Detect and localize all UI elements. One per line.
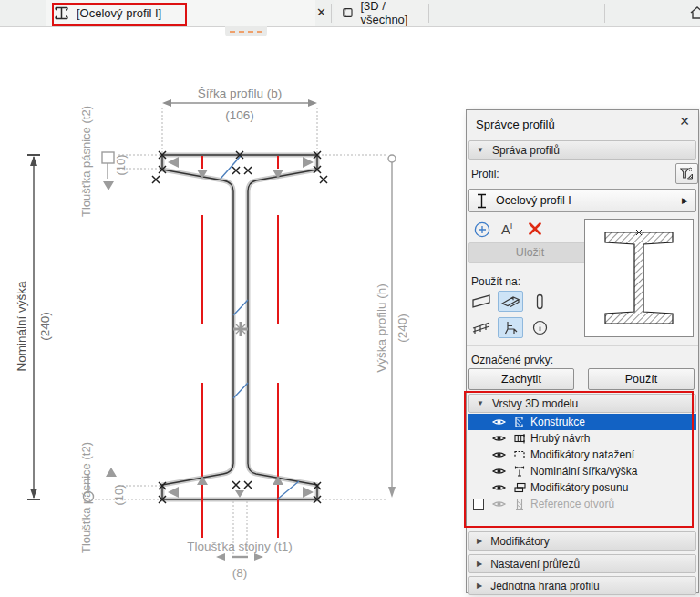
wall-icon [471, 293, 491, 309]
profile-filter-button[interactable] [675, 163, 698, 184]
collapsed-toolbar-indicator[interactable] [225, 26, 267, 36]
panel-title: Správce profilů [476, 118, 555, 131]
section-header-vrstvy-3d[interactable]: ▼ Vrstvy 3D modelu [468, 394, 696, 413]
chair-icon [502, 320, 519, 336]
chevron-down-icon: ▼ [477, 399, 484, 407]
svg-text:Tloušťka pásnice (t2): Tloušťka pásnice (t2) [79, 442, 93, 553]
chevron-right-icon: ▶ [477, 537, 482, 545]
apply-to-beam-button[interactable] [498, 291, 523, 312]
nominal-size-layer-icon [509, 465, 530, 478]
dimension-profile-height[interactable]: Výška profilu (h) (240) [375, 155, 409, 498]
svg-text:(240): (240) [396, 314, 409, 343]
svg-text:(240): (240) [38, 312, 52, 341]
profile-manager-panel: Správce profilů ✕ ▼ Správa profilů Profi… [466, 109, 699, 593]
info-button[interactable] [527, 317, 552, 338]
selected-elements-label: Označené prvky: [471, 354, 553, 366]
save-button[interactable]: Uložit [468, 242, 592, 263]
tab-separator [428, 4, 429, 23]
offset-modifiers-layer-icon [509, 481, 530, 494]
apply-to-label: Použít na: [471, 275, 520, 288]
profile-filter-icon [679, 166, 695, 181]
eye-icon[interactable] [489, 417, 509, 427]
layer-row-modifikatory-posunu[interactable]: Modifikátory posunu [468, 479, 696, 496]
layer-row-modifikatory-natazeni[interactable]: Modifikátory natažení [468, 447, 696, 463]
delete-profile-button[interactable] [528, 221, 542, 236]
eye-icon[interactable] [489, 467, 509, 476]
tab-bar: [Ocelový profil I] ✕ [3D / všechno] [0, 0, 700, 27]
toolbar-separator [604, 4, 605, 23]
apply-to-object-button[interactable] [498, 317, 523, 338]
edit-handle-triangles[interactable] [103, 157, 314, 498]
chevron-right-icon: ▶ [477, 582, 482, 590]
application-window: [Ocelový profil I] ✕ [3D / všechno] [0, 0, 700, 597]
chevron-right-icon: ▶ [477, 560, 482, 568]
profile-preview [584, 219, 694, 337]
dimension-flange-top[interactable]: Tloušťka pásnice (t2) (10) [79, 106, 128, 217]
svg-text:Výška profilu (h): Výška profilu (h) [375, 283, 388, 373]
rename-profile-button[interactable]: AI [501, 221, 512, 237]
beam-icon [500, 293, 520, 309]
orange-dash [248, 31, 253, 33]
dimension-width[interactable]: Šířka profilu (b) (106) [162, 87, 317, 122]
chevron-down-icon: ▼ [477, 146, 484, 154]
rename-icon: AI [501, 221, 512, 237]
tab-ocelovy-profil[interactable]: [Ocelový profil I] [46, 0, 315, 26]
apply-to-wall-button[interactable] [468, 291, 494, 312]
construction-layer-icon [509, 416, 530, 428]
close-tab-icon[interactable]: ✕ [316, 5, 326, 19]
red-x-icon [528, 221, 542, 236]
svg-text:(106): (106) [225, 108, 254, 122]
tab-label: [Ocelový profil I] [77, 6, 161, 20]
eye-icon[interactable] [489, 434, 509, 443]
ibeam-icon [53, 5, 70, 21]
svg-text:Tloušťka stojny (t1): Tloušťka stojny (t1) [187, 540, 292, 553]
capture-button[interactable]: Zachytit [468, 368, 574, 390]
svg-text:(10): (10) [112, 484, 126, 505]
layer-row-reference-otvoru[interactable]: Reference otvorů [468, 496, 696, 512]
dimension-flange-bottom[interactable]: Tloušťka pásnice (t2) (10) [79, 442, 126, 553]
tab-3d-vsechno[interactable]: [3D / všechno] [334, 0, 428, 26]
layer-row-nominalni-sirka-vyska[interactable]: Nominální šířka/výška [468, 463, 696, 479]
profile-preview-drawing [585, 220, 693, 336]
eye-icon[interactable] [489, 499, 509, 509]
info-icon [532, 320, 548, 335]
stretch-modifiers-layer-icon [509, 448, 530, 461]
close-panel-icon[interactable]: ✕ [679, 115, 690, 128]
railing-icon [471, 320, 491, 335]
svg-text:(10): (10) [114, 154, 128, 175]
section-header-jednotna-hrana[interactable]: ▶ Jednotná hrana profilu [468, 576, 696, 595]
layer-row-konstrukce[interactable]: Konstrukce [468, 414, 696, 430]
new-profile-button[interactable] [474, 221, 490, 238]
home-icon[interactable] [690, 5, 700, 20]
orange-dash [257, 31, 262, 33]
svg-text:Nominální výška: Nominální výška [15, 281, 28, 372]
tab-separator [331, 4, 332, 23]
svg-text:Tloušťka pásnice (t2): Tloušťka pásnice (t2) [79, 106, 93, 217]
dropdown-arrow-icon: ▶ [682, 196, 688, 205]
column-icon [533, 293, 546, 310]
section-header-nastaveni-prurezu[interactable]: ▶ Nastavení průřezů [468, 554, 696, 573]
eye-icon[interactable] [489, 450, 509, 459]
apply-to-railing-button[interactable] [468, 317, 494, 338]
apply-to-column-button[interactable] [527, 291, 552, 312]
plus-circle-icon [474, 221, 490, 238]
layer-checkbox[interactable] [473, 499, 484, 510]
ibeam-glyph-icon [477, 193, 487, 209]
opening-reference-layer-icon [509, 498, 530, 510]
dimension-nominal-height[interactable]: Nominální výška (240) [15, 155, 52, 499]
dimension-web-thickness[interactable]: Tloušťka stojny (t1) (8) [187, 540, 292, 580]
tab-label: [3D / všechno] [360, 0, 421, 26]
layer-list: Konstrukce Hrubý návrh [468, 414, 696, 512]
orange-dash [230, 31, 235, 33]
apply-button[interactable]: Použít [588, 368, 695, 390]
eye-icon[interactable] [489, 483, 509, 492]
panel-divider [467, 345, 698, 346]
svg-text:(8): (8) [232, 566, 248, 580]
cube-icon [341, 5, 354, 21]
layer-row-hruby-navrh[interactable]: Hrubý návrh [468, 430, 696, 447]
profile-name: Ocelový profil I [496, 194, 571, 207]
section-header-modifikatory[interactable]: ▶ Modifikátory [468, 531, 696, 551]
rough-draft-layer-icon [509, 432, 530, 445]
profile-select-dropdown[interactable]: Ocelový profil I ▶ [468, 189, 696, 212]
section-header-sprava-profilu[interactable]: ▼ Správa profilů [468, 140, 696, 160]
